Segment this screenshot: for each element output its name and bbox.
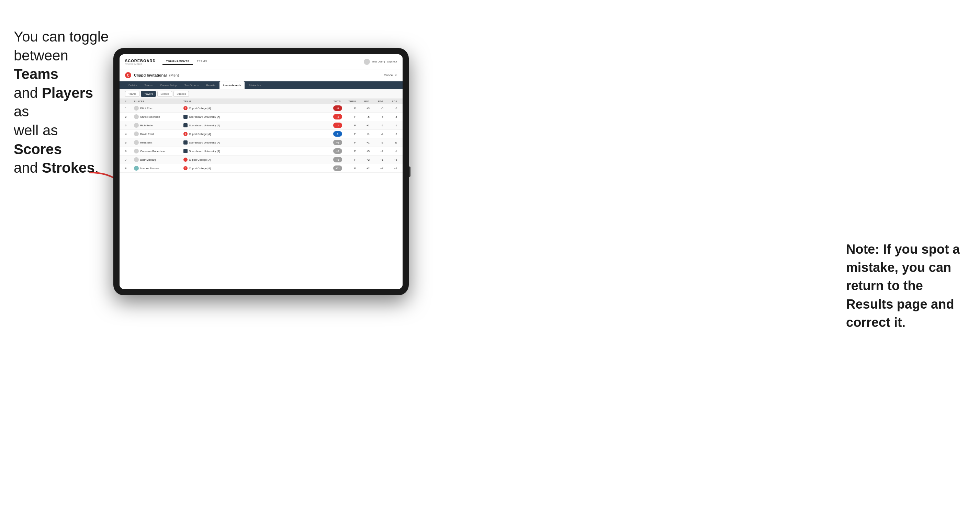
rd3-3: -1 [385,124,397,127]
avatar-7 [134,157,139,162]
col-team: TEAM [183,100,324,103]
player-4: David Ford [134,132,182,136]
rd1-5: +1 [357,141,370,144]
score-badge-4: E [333,131,342,137]
player-7: Blair McHarg [134,157,182,162]
tab-printables[interactable]: Printables [245,81,264,89]
rank-3: 3 [125,124,133,127]
rd1-4: +1 [357,133,370,136]
nav-links: TOURNAMENTS TEAMS [162,58,363,65]
total-6: +6 [325,148,342,154]
player-8: Marcus Turners [134,166,182,171]
tournament-name: Clippd Invitational (Men) [134,73,179,77]
total-7: +8 [325,157,342,162]
score-badge-7: +8 [333,157,342,162]
table-row: 2 Chris Robertson Scoreboard University … [119,113,402,121]
rd3-5: E [385,141,397,144]
thru-3: F [344,124,356,127]
total-3: -2 [325,122,342,128]
team-7: C Clippd College [A] [183,157,324,162]
thru-5: F [344,141,356,144]
user-label: Test User | [372,60,385,63]
rank-6: 6 [125,150,133,153]
nav-tournaments[interactable]: TOURNAMENTS [162,58,193,65]
player-2: Chris Robertson [134,114,182,119]
toggle-strokes[interactable]: Strokes [173,91,189,97]
tab-course-setup[interactable]: Course Setup [157,81,180,89]
avatar-6 [134,149,139,154]
total-5: +1 [325,140,342,145]
nav-teams[interactable]: TEAMS [193,58,210,65]
rd3-2: -4 [385,115,397,119]
col-player: PLAYER [134,100,182,103]
thru-1: F [344,107,356,110]
rank-8: 8 [125,167,133,170]
rd3-8: +2 [385,167,397,170]
team-3: Scoreboard University [A] [183,123,324,127]
team-6: Scoreboard University [A] [183,149,324,153]
score-badge-8: +11 [333,165,342,171]
rd2-3: -2 [371,124,383,127]
tournament-header: C Clippd Invitational (Men) Cancel ✕ [119,69,402,81]
tab-results[interactable]: Results [203,81,219,89]
toggle-teams[interactable]: Teams [125,91,140,97]
sub-toggle-bar: Teams Players Scores Strokes [119,89,402,99]
tab-details[interactable]: Details [125,81,140,89]
rd1-7: +2 [357,158,370,161]
rank-5: 5 [125,141,133,144]
sign-out-link[interactable]: Sign out [387,60,397,63]
col-rd1: RD1 [357,100,370,103]
tab-bar: Details Teams Course Setup Tee Groups Re… [119,81,402,89]
thru-6: F [344,150,356,153]
thru-7: F [344,158,356,161]
rd3-1: -5 [385,107,397,110]
team-5: Scoreboard University [A] [183,140,324,144]
score-badge-1: -8 [333,105,342,111]
tab-teams[interactable]: Teams [141,81,156,89]
thru-2: F [344,115,356,119]
avatar-3 [134,123,139,128]
team-4: C Clippd College [A] [183,132,324,136]
total-1: -8 [325,105,342,111]
avatar-1 [134,106,139,111]
rd1-3: +1 [357,124,370,127]
tournament-title: C Clippd Invitational (Men) [125,72,179,78]
right-annotation: Note: If you spot a mistake, you can ret… [846,240,963,332]
team-icon-6 [183,149,188,153]
score-badge-5: +1 [333,140,342,145]
logo-text: SCOREBOARD [125,59,156,63]
rd1-8: +2 [357,167,370,170]
tablet-frame: SCOREBOARD Powered by clippd TOURNAMENTS… [113,48,409,295]
rd2-7: +1 [371,158,383,161]
score-badge-6: +6 [333,148,342,154]
rd2-6: +2 [371,150,383,153]
tablet-side-button [409,167,410,177]
thru-4: F [344,133,356,136]
team-icon-4: C [183,132,188,136]
col-rank: # [125,100,133,103]
col-rd2: RD2 [371,100,383,103]
toggle-players[interactable]: Players [141,91,156,97]
rd2-2: +5 [371,115,383,119]
tab-tee-groups[interactable]: Tee Groups [181,81,202,89]
player-3: Rich Butler [134,123,182,128]
team-8: C Clippd College [A] [183,166,324,170]
rd3-6: -1 [385,150,397,153]
cancel-button[interactable]: Cancel ✕ [384,73,397,77]
leaderboard-table: # PLAYER TEAM TOTAL THRU RD1 RD2 RD3 1 E… [119,99,402,289]
total-4: E [325,131,342,137]
left-annotation: You can toggle between Teams and Players… [14,27,110,178]
total-8: +11 [325,165,342,171]
avatar-8 [134,166,139,171]
tab-leaderboards[interactable]: Leaderboards [220,81,245,89]
team-icon-8: C [183,166,188,170]
table-header: # PLAYER TEAM TOTAL THRU RD1 RD2 RD3 [119,99,402,104]
tablet-screen: SCOREBOARD Powered by clippd TOURNAMENTS… [119,54,402,289]
toggle-scores[interactable]: Scores [158,91,172,97]
rd1-6: +5 [357,150,370,153]
player-5: Rees Britt [134,140,182,145]
rd2-4: -4 [371,133,383,136]
player-1: Elliot Ebert [134,106,182,111]
table-row: 3 Rich Butler Scoreboard University [A] … [119,121,402,130]
tournament-logo: C [125,72,131,78]
